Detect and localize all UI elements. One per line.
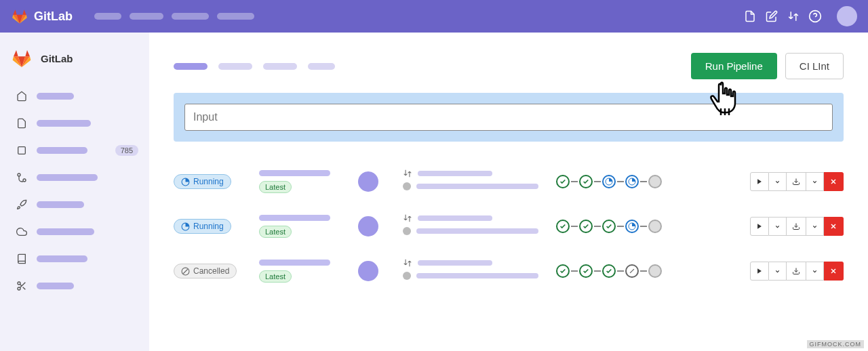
play-dropdown[interactable] [769,262,787,281]
status-pill[interactable]: Running [174,219,231,234]
action-buttons [750,262,844,281]
sidebar-item-label [37,283,74,289]
status-pill[interactable]: Cancelled [174,264,237,278]
content-header: Run Pipeline CI LInt [174,53,844,79]
stage-pending-icon[interactable] [648,220,662,233]
user-avatar[interactable] [837,6,857,26]
issues-icon [16,145,27,156]
branch-placeholder [418,171,492,176]
sidebar-item-operations[interactable] [0,218,149,245]
commit-dot-icon [403,182,411,190]
latest-badge: Latest [259,226,292,238]
edit-icon[interactable] [765,9,778,23]
gitlab-icon [11,7,28,25]
run-pipeline-button[interactable]: Run Pipeline [691,53,777,79]
action-buttons [750,172,844,191]
home-icon [16,91,27,102]
sidebar-item-wiki[interactable] [0,245,149,272]
tab[interactable] [308,63,335,70]
svg-point-3 [18,173,20,176]
tab[interactable] [263,63,297,70]
svg-point-6 [18,287,20,290]
sidebar-item-label [37,93,74,100]
brand-text: GitLab [34,9,73,24]
stage-success-icon[interactable] [579,264,593,278]
sidebar-item-snippets[interactable] [0,272,149,300]
pipeline-user-avatar[interactable] [358,216,378,236]
stage-running-icon[interactable] [625,220,639,233]
filter-input[interactable] [184,104,833,131]
svg-line-8 [23,287,26,290]
commit-placeholder [259,260,330,266]
pipeline-row: Running Latest [174,159,844,204]
ci-lint-button[interactable]: CI LInt [785,53,844,79]
download-dropdown[interactable] [806,262,824,281]
help-icon[interactable] [808,9,822,23]
sidebar-item-repository[interactable] [0,110,149,137]
stage-success-icon[interactable] [602,220,616,233]
brand-logo[interactable]: GitLab [11,7,73,25]
sidebar-item-merge-requests[interactable] [0,164,149,191]
stage-running-icon[interactable] [625,175,639,188]
stage-success-icon[interactable] [579,175,593,188]
stage-success-icon[interactable] [602,264,616,278]
top-navbar: GitLab [0,0,868,33]
project-header[interactable]: GitLab [0,41,149,83]
stage-success-icon[interactable] [556,264,570,278]
stage-running-icon[interactable] [602,175,616,188]
stage-success-icon[interactable] [579,220,593,233]
cancel-button[interactable] [824,217,844,236]
play-button[interactable] [750,262,769,281]
stage-cancelled-icon[interactable] [625,264,639,278]
pipeline-stages [556,264,678,278]
tab[interactable] [218,63,252,70]
download-dropdown[interactable] [806,172,824,191]
sidebar-item-label [37,174,98,181]
download-button[interactable] [787,217,806,236]
sidebar-item-cicd[interactable] [0,191,149,218]
cancel-button[interactable] [824,172,844,191]
play-dropdown[interactable] [769,172,787,191]
latest-badge: Latest [259,270,292,283]
pipeline-user-avatar[interactable] [358,171,378,192]
tabs [174,63,335,70]
commit-message-placeholder [416,273,538,278]
nav-placeholder [172,13,209,20]
sidebar-item-label [37,147,87,154]
running-status-icon [181,178,190,186]
sidebar: GitLab 785 [0,33,149,351]
stage-pending-icon[interactable] [648,264,662,278]
download-dropdown[interactable] [806,217,824,236]
pipeline-user-avatar[interactable] [358,261,378,281]
svg-line-25 [630,269,634,273]
compare-icon[interactable] [787,9,800,23]
branch-placeholder [418,260,492,266]
commit-message-placeholder [416,228,538,234]
download-button[interactable] [787,262,806,281]
sidebar-item-label [37,201,84,208]
play-button[interactable] [750,217,769,236]
svg-marker-19 [757,224,762,229]
file-icon[interactable] [743,9,757,23]
stage-pending-icon[interactable] [648,175,662,188]
tab-active[interactable] [174,63,208,70]
cancel-button[interactable] [824,262,844,281]
play-dropdown[interactable] [769,217,787,236]
issues-count-badge: 785 [115,145,138,156]
pipeline-row: Running Latest [174,204,844,249]
status-label: Running [193,222,224,231]
stage-success-icon[interactable] [556,220,570,233]
stage-success-icon[interactable] [556,175,570,188]
rocket-icon [16,199,27,210]
sidebar-item-home[interactable] [0,83,149,110]
status-label: Running [193,177,224,186]
action-buttons [750,217,844,236]
status-pill[interactable]: Running [174,174,231,189]
sidebar-item-issues[interactable]: 785 [0,137,149,164]
latest-badge: Latest [259,181,292,193]
cloud-icon [16,226,27,237]
download-button[interactable] [787,172,806,191]
svg-marker-13 [757,179,762,184]
play-button[interactable] [750,172,769,191]
branch-placeholder [418,215,492,221]
